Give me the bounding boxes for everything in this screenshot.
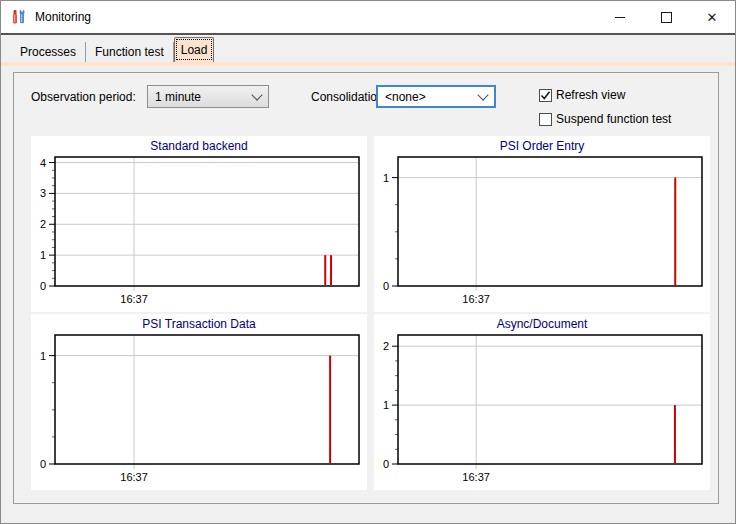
tools-icon [11, 9, 27, 25]
chart-psi-transaction-data: 0116:37 PSI Transaction Data [31, 314, 367, 490]
chart-title: Async/Document [374, 317, 710, 331]
svg-text:2: 2 [40, 218, 46, 230]
tab-load[interactable]: Load [174, 37, 215, 62]
chevron-down-icon [477, 89, 488, 100]
minimize-icon [615, 17, 625, 18]
observation-period-value: 1 minute [155, 90, 201, 104]
chart-title: PSI Transaction Data [31, 317, 367, 331]
monitoring-window: Monitoring ✕ Processes Function test Loa… [0, 0, 736, 524]
svg-text:1: 1 [40, 350, 46, 362]
chevron-down-icon [251, 89, 262, 100]
refresh-view-label: Refresh view [556, 88, 625, 102]
svg-text:16:37: 16:37 [462, 471, 490, 483]
maximize-button[interactable] [643, 1, 689, 33]
tab-processes[interactable]: Processes [11, 42, 86, 62]
svg-text:0: 0 [383, 458, 389, 470]
checkbox-unchecked-icon [539, 113, 552, 126]
chart-standard-backend-plot: 0123416:37 [31, 136, 367, 312]
svg-text:0: 0 [40, 458, 46, 470]
svg-text:3: 3 [40, 187, 46, 199]
svg-text:0: 0 [383, 280, 389, 292]
window-title: Monitoring [35, 1, 91, 33]
suspend-function-test-label: Suspend function test [556, 112, 671, 126]
refresh-view-checkbox[interactable]: Refresh view [539, 88, 625, 102]
chart-standard-backend: 0123416:37 Standard backend [31, 136, 367, 312]
consolidation-select[interactable]: <none> [376, 85, 496, 108]
tab-strip: Processes Function test Load [1, 35, 735, 62]
checkbox-checked-icon [539, 89, 552, 102]
chart-title: Standard backend [31, 139, 367, 153]
svg-text:2: 2 [383, 340, 389, 352]
close-icon: ✕ [707, 11, 718, 24]
chart-psi-order-entry: 0116:37 PSI Order Entry [374, 136, 710, 312]
consolidation-value: <none> [385, 90, 426, 104]
title-bar: Monitoring ✕ [1, 1, 735, 33]
svg-text:16:37: 16:37 [120, 293, 148, 305]
suspend-function-test-checkbox[interactable]: Suspend function test [539, 112, 671, 126]
svg-text:1: 1 [40, 249, 46, 261]
svg-text:0: 0 [40, 280, 46, 292]
svg-text:16:37: 16:37 [120, 471, 148, 483]
svg-text:4: 4 [40, 157, 46, 169]
chart-async-document: 01216:37 Async/Document [374, 314, 710, 490]
svg-text:1: 1 [383, 172, 389, 184]
close-button[interactable]: ✕ [689, 1, 735, 33]
chart-psi-order-entry-plot: 0116:37 [374, 136, 710, 312]
maximize-icon [661, 12, 672, 23]
observation-period-select[interactable]: 1 minute [147, 85, 269, 108]
chart-async-document-plot: 01216:37 [374, 314, 710, 490]
tab-function-test[interactable]: Function test [86, 42, 174, 62]
svg-text:1: 1 [383, 399, 389, 411]
window-controls: ✕ [597, 1, 735, 33]
chart-title: PSI Order Entry [374, 139, 710, 153]
svg-text:16:37: 16:37 [462, 293, 490, 305]
chart-psi-transaction-data-plot: 0116:37 [31, 314, 367, 490]
minimize-button[interactable] [597, 1, 643, 33]
observation-period-label: Observation period: [31, 90, 136, 104]
